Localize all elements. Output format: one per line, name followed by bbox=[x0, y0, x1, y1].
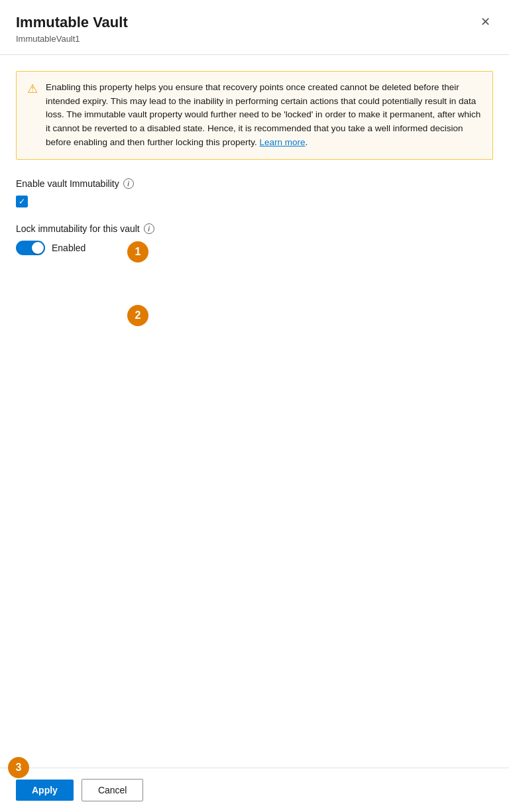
title-block: Immutable Vault ImmutableVault1 bbox=[16, 13, 128, 44]
enable-immutability-info-icon[interactable]: i bbox=[123, 178, 134, 189]
badge-3: 3 bbox=[8, 757, 29, 778]
apply-button[interactable]: Apply bbox=[16, 780, 74, 801]
learn-more-link[interactable]: Learn more bbox=[259, 137, 305, 147]
checkbox-check: ✓ bbox=[19, 198, 25, 205]
lock-immutability-label: Lock immutability for this vault i bbox=[16, 223, 493, 234]
warning-text: Enabling this property helps you ensure … bbox=[46, 81, 482, 150]
toggle-container: Enabled bbox=[16, 241, 493, 255]
lock-immutability-section: Lock immutability for this vault i Enabl… bbox=[16, 223, 493, 255]
toggle-thumb bbox=[32, 242, 44, 254]
enable-immutability-section: Enable vault Immutability i ✓ bbox=[16, 178, 493, 207]
panel-body: ⚠ Enabling this property helps you ensur… bbox=[0, 55, 509, 370]
panel-subtitle: ImmutableVault1 bbox=[16, 34, 128, 44]
badge-2: 2 bbox=[127, 305, 148, 326]
immutable-vault-panel: Immutable Vault ImmutableVault1 ✕ ⚠ Enab… bbox=[0, 0, 509, 812]
lock-immutability-info-icon[interactable]: i bbox=[144, 223, 154, 234]
warning-banner: ⚠ Enabling this property helps you ensur… bbox=[16, 71, 493, 160]
toggle-state-label: Enabled bbox=[52, 243, 85, 253]
close-button[interactable]: ✕ bbox=[478, 13, 493, 30]
checkbox-container: ✓ bbox=[16, 196, 493, 207]
panel-footer: Apply Cancel bbox=[0, 768, 509, 812]
warning-icon: ⚠ bbox=[27, 82, 38, 150]
panel-title: Immutable Vault bbox=[16, 13, 128, 32]
panel-header: Immutable Vault ImmutableVault1 ✕ bbox=[0, 0, 509, 55]
enable-immutability-checkbox[interactable]: ✓ bbox=[16, 196, 28, 207]
badge-1: 1 bbox=[127, 241, 148, 262]
enable-immutability-label: Enable vault Immutability i bbox=[16, 178, 493, 189]
main-spacer bbox=[0, 370, 509, 768]
lock-immutability-toggle[interactable] bbox=[16, 241, 45, 255]
cancel-button[interactable]: Cancel bbox=[82, 779, 144, 801]
